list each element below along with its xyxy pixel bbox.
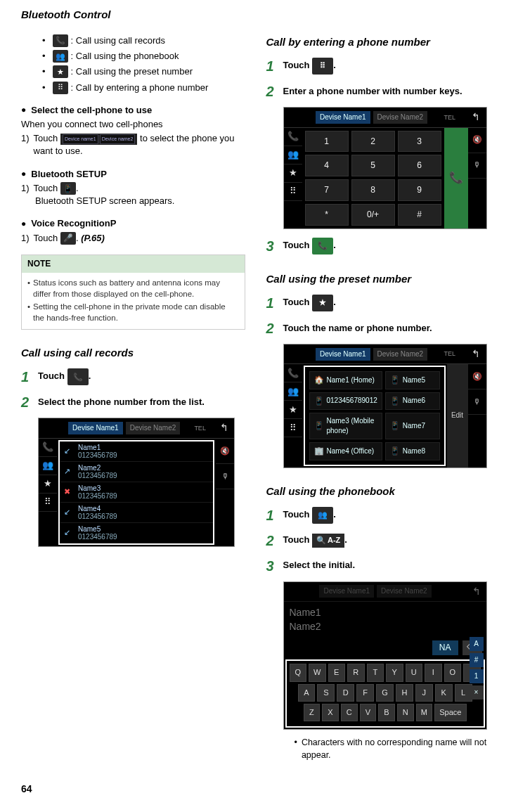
kbd-key[interactable]: Z: [304, 704, 321, 721]
device-name-selector[interactable]: Device name1Device name2: [60, 134, 138, 145]
kbd-side-key[interactable]: #: [470, 653, 484, 667]
kbd-space-key[interactable]: Space: [434, 704, 466, 721]
kbd-key[interactable]: D: [337, 684, 354, 702]
kbd-side-key[interactable]: A: [470, 637, 484, 651]
step-number: 2: [21, 392, 32, 412]
sidebar-call-icon[interactable]: 📞: [284, 128, 302, 146]
device-tab[interactable]: Devise Name1: [68, 422, 123, 434]
kbd-key[interactable]: E: [328, 664, 346, 681]
device-tab[interactable]: Devise Name1: [316, 111, 370, 124]
call-button-icon[interactable]: 📞: [312, 238, 333, 254]
voice-recognition-step: 1) Touch 🎤. (P.65): [21, 232, 245, 245]
setup-icon[interactable]: 📱: [60, 182, 76, 195]
preset-cell[interactable]: 📱Name7: [385, 413, 440, 439]
echo-icon[interactable]: 🔇: [216, 439, 234, 464]
kbd-key[interactable]: G: [376, 684, 394, 702]
step-number: 1: [266, 56, 278, 76]
kbd-key[interactable]: C: [341, 704, 358, 721]
dial-key[interactable]: 8: [351, 179, 395, 201]
device-tab[interactable]: Devise Name2: [373, 111, 428, 124]
dial-key[interactable]: *: [305, 204, 349, 226]
dial-key[interactable]: 1: [305, 131, 349, 153]
device-tab[interactable]: Devise Name2: [126, 422, 181, 434]
bluetooth-setup-result: Bluetooth SETUP screen appears.: [35, 195, 245, 207]
voice-control-icon[interactable]: 🎙: [468, 153, 486, 179]
sidebar-phonebook-icon[interactable]: 👥: [39, 457, 57, 475]
kbd-key[interactable]: T: [367, 664, 384, 681]
kbd-close-key[interactable]: ×: [470, 685, 484, 700]
kbd-key[interactable]: R: [347, 664, 365, 681]
sidebar-dialpad-icon[interactable]: ⠿: [284, 183, 302, 201]
dialpad-icon[interactable]: ⠿: [312, 58, 333, 75]
dial-key[interactable]: 9: [398, 179, 441, 201]
kbd-key[interactable]: A: [298, 684, 316, 702]
preset-cell[interactable]: 📱Name8: [385, 442, 440, 460]
dial-key[interactable]: 3: [398, 131, 441, 153]
sidebar-phonebook-icon[interactable]: 👥: [284, 146, 302, 165]
sidebar-call-icon[interactable]: 📞: [39, 439, 57, 457]
voice-control-icon[interactable]: 🎙: [468, 389, 486, 415]
dial-key[interactable]: #: [398, 204, 441, 226]
device-tab[interactable]: Devise Name1: [316, 348, 370, 361]
dial-call-button[interactable]: 📞: [444, 128, 468, 228]
sidebar-phonebook-icon[interactable]: 👥: [284, 382, 302, 401]
step-number: 2: [266, 82, 278, 101]
sidebar-star-icon[interactable]: ★: [284, 165, 302, 183]
sidebar-dialpad-icon[interactable]: ⠿: [39, 494, 57, 512]
dial-key[interactable]: 5: [351, 155, 395, 176]
preset-cell[interactable]: 📱0123456789012: [309, 392, 382, 410]
call-records-icon[interactable]: 📞: [67, 368, 89, 385]
kbd-key[interactable]: B: [378, 704, 395, 721]
kbd-side-key[interactable]: 1: [470, 669, 484, 683]
preset-cell[interactable]: 🏠Name1 (Home): [309, 371, 382, 389]
az-search-button[interactable]: 🔍 A-Z: [312, 534, 344, 548]
sidebar-star-icon[interactable]: ★: [39, 475, 57, 494]
record-row[interactable]: ↗Name20123456789: [60, 462, 213, 482]
voice-icon[interactable]: 🎤: [60, 232, 76, 245]
record-row[interactable]: ✖Name30123456789: [60, 482, 213, 503]
kbd-key[interactable]: I: [425, 664, 442, 681]
voice-control-icon[interactable]: 🎙: [216, 464, 234, 489]
sidebar-dialpad-icon[interactable]: ⠿: [284, 419, 302, 437]
record-row[interactable]: ↙Name40123456789: [60, 503, 213, 523]
preset-cell[interactable]: 📱Name6: [385, 392, 440, 410]
kbd-key[interactable]: H: [396, 684, 413, 702]
kbd-key[interactable]: K: [435, 684, 453, 702]
kbd-key[interactable]: W: [309, 664, 326, 681]
echo-icon[interactable]: 🔇: [468, 364, 486, 389]
dial-key[interactable]: 6: [398, 155, 441, 176]
sidebar-call-icon[interactable]: 📞: [284, 364, 302, 382]
dial-key[interactable]: 2: [351, 131, 395, 153]
back-icon[interactable]: [472, 110, 480, 124]
kbd-key[interactable]: Y: [386, 664, 403, 681]
preset-star-icon[interactable]: ★: [312, 295, 333, 311]
kbd-key[interactable]: N: [397, 704, 414, 721]
phonebook-icon[interactable]: 👥: [312, 507, 333, 524]
initial-input[interactable]: NA: [432, 640, 458, 655]
back-icon: [472, 585, 481, 599]
device-tab[interactable]: Devise Name2: [373, 348, 428, 361]
preset-cell[interactable]: 📱Name3 (Mobile phone): [309, 413, 382, 439]
dial-key[interactable]: 7: [305, 179, 349, 201]
record-row[interactable]: ↙Name10123456789: [60, 442, 213, 462]
kbd-key[interactable]: X: [322, 704, 339, 721]
back-icon[interactable]: [472, 347, 480, 361]
kbd-key[interactable]: V: [360, 704, 377, 721]
preset-cell[interactable]: 🏢Name4 (Office): [309, 442, 382, 460]
note-item: Status icons such as battery and antenna…: [27, 277, 239, 299]
kbd-key[interactable]: O: [444, 664, 462, 681]
kbd-key[interactable]: S: [317, 684, 335, 702]
sidebar-star-icon[interactable]: ★: [284, 401, 302, 419]
kbd-key[interactable]: F: [356, 684, 374, 702]
echo-icon[interactable]: 🔇: [468, 128, 486, 153]
kbd-key[interactable]: Q: [290, 664, 307, 681]
dial-key[interactable]: 4: [305, 155, 349, 176]
kbd-key[interactable]: U: [406, 664, 423, 681]
kbd-key[interactable]: M: [416, 704, 433, 721]
record-row[interactable]: ↙Name50123456789: [60, 523, 213, 543]
kbd-key[interactable]: J: [415, 684, 433, 702]
back-icon[interactable]: [220, 421, 228, 435]
preset-cell[interactable]: 📱Name5: [385, 371, 440, 389]
preset-edit-button[interactable]: Edit: [447, 364, 468, 467]
dial-key[interactable]: 0/+: [351, 204, 395, 226]
